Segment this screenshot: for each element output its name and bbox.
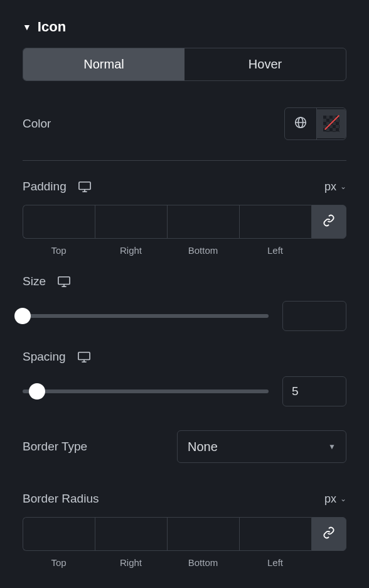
border-radius-header: Border Radius px ⌄ <box>23 487 346 511</box>
radius-top-sublabel: Top <box>51 557 66 568</box>
state-tabs: Normal Hover <box>23 48 346 81</box>
radius-bottom-sublabel: Bottom <box>188 557 218 568</box>
tab-hover[interactable]: Hover <box>184 48 346 80</box>
padding-bottom-sublabel: Bottom <box>188 245 218 256</box>
tab-normal[interactable]: Normal <box>23 48 184 80</box>
caret-down-icon: ▼ <box>23 22 31 32</box>
padding-left-input[interactable] <box>239 205 311 239</box>
svg-rect-3 <box>79 182 90 190</box>
svg-rect-9 <box>78 352 90 360</box>
padding-unit-select[interactable]: px ⌄ <box>324 180 346 193</box>
radius-top-input[interactable] <box>23 517 95 551</box>
color-label: Color <box>23 117 51 131</box>
desktop-icon[interactable] <box>57 275 71 288</box>
dropdown-caret-icon: ▼ <box>328 442 336 451</box>
radius-right-sublabel: Right <box>120 557 142 568</box>
size-header: Size <box>23 275 346 288</box>
padding-right-input[interactable] <box>95 205 167 239</box>
padding-top-input[interactable] <box>23 205 95 239</box>
padding-header: Padding px ⌄ <box>23 175 346 199</box>
color-picker-button[interactable] <box>317 109 346 138</box>
divider <box>23 160 346 161</box>
border-radius-unit-select[interactable]: px ⌄ <box>324 493 346 506</box>
chevron-down-icon: ⌄ <box>340 182 346 191</box>
radius-link-button[interactable] <box>311 517 346 551</box>
padding-left-sublabel: Left <box>267 245 283 256</box>
color-controls <box>284 107 346 140</box>
border-type-row: Border Type None ▼ <box>23 425 346 468</box>
radius-left-input[interactable] <box>239 517 311 551</box>
radius-left-sublabel: Left <box>267 557 283 568</box>
spacing-slider-row <box>23 376 346 406</box>
desktop-icon[interactable] <box>78 180 92 193</box>
padding-right-sublabel: Right <box>120 245 142 256</box>
section-header[interactable]: ▼ Icon <box>0 0 369 48</box>
padding-link-button[interactable] <box>311 205 346 239</box>
padding-inputs: Top Right Bottom Left <box>23 205 346 256</box>
radius-right-input[interactable] <box>95 517 167 551</box>
slider-track <box>23 314 269 318</box>
chevron-down-icon: ⌄ <box>340 494 346 503</box>
border-type-label: Border Type <box>23 440 87 454</box>
border-radius-inputs: Top Right Bottom Left <box>23 517 346 568</box>
padding-bottom-input[interactable] <box>167 205 239 239</box>
size-slider[interactable] <box>23 308 269 324</box>
no-color-swatch-icon <box>323 116 340 132</box>
desktop-icon[interactable] <box>77 351 91 363</box>
padding-top-sublabel: Top <box>51 245 66 256</box>
slider-thumb[interactable] <box>29 383 45 400</box>
spacing-slider[interactable] <box>23 384 269 399</box>
svg-rect-6 <box>58 277 70 285</box>
color-row: Color <box>23 102 346 145</box>
border-type-value: None <box>188 440 218 454</box>
spacing-label: Spacing <box>23 350 66 364</box>
section-title: Icon <box>38 19 66 35</box>
slider-thumb[interactable] <box>14 308 31 324</box>
link-icon <box>323 214 335 229</box>
size-slider-row <box>23 301 346 331</box>
spacing-header: Spacing <box>23 350 346 364</box>
radius-bottom-input[interactable] <box>167 517 239 551</box>
border-type-select[interactable]: None ▼ <box>177 430 346 463</box>
size-label: Size <box>23 275 46 288</box>
globe-icon <box>294 116 308 132</box>
border-radius-label: Border Radius <box>23 492 99 506</box>
padding-label: Padding <box>23 180 67 193</box>
slider-track <box>23 389 269 393</box>
spacing-value-input[interactable] <box>282 376 346 406</box>
global-color-button[interactable] <box>285 108 317 139</box>
link-icon <box>323 526 335 542</box>
size-value-input[interactable] <box>282 301 346 331</box>
